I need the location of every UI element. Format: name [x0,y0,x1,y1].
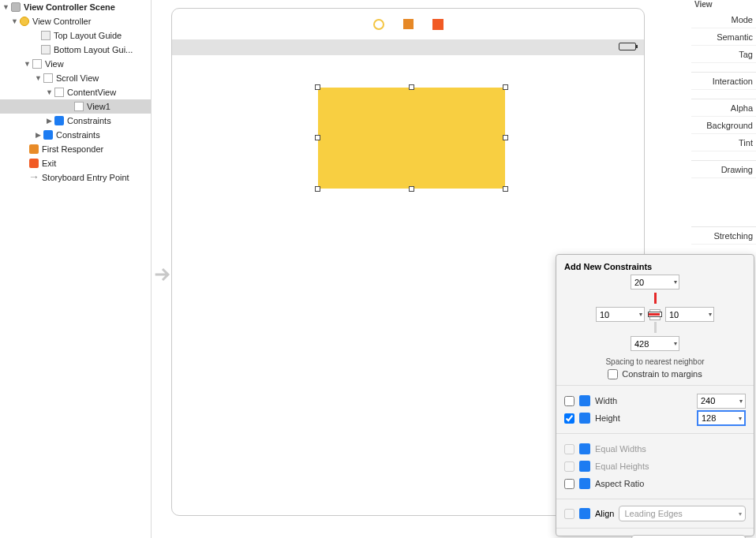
drawing-row[interactable]: Drawing [691,161,756,178]
vc-row[interactable]: ▼View Controller [0,14,151,28]
exit-row[interactable]: ▼Exit [0,156,151,170]
spacing-label: Spacing to nearest neighbor [556,357,754,366]
exit-icon[interactable] [432,19,443,30]
inspector-section-title: View [691,0,756,11]
equal-heights-label: Equal Heights [595,461,746,471]
height-value-input[interactable]: 128▾ [697,410,746,426]
width-checkbox[interactable] [564,396,574,406]
align-label: Align [595,509,614,518]
right-strut[interactable] [648,312,662,317]
equal-widths-label: Equal Widths [595,444,746,454]
resize-handle[interactable] [503,135,508,140]
align-select[interactable]: Leading Edges▾ [619,506,746,521]
height-checkbox[interactable] [564,413,574,424]
interaction-row[interactable]: Interaction [691,73,756,90]
vc-icon[interactable] [373,19,384,30]
equal-heights-icon [579,461,590,472]
first-responder-row[interactable]: ▼First Responder [0,142,151,156]
aspect-ratio-label: Aspect Ratio [595,479,746,488]
align-icon [579,508,590,519]
bottom-strut[interactable] [654,322,657,336]
constraints-outer-row[interactable]: ▶Constraints [0,128,151,142]
aspect-ratio-checkbox[interactable] [564,479,574,489]
width-value-input[interactable]: 240▾ [697,394,746,409]
add-constraints-popover: Add New Constraints 20▾ 10▾ 10▾ 428▾ Spa… [556,254,754,536]
height-icon [579,413,590,424]
equal-widths-checkbox [564,444,574,454]
scrollview-row[interactable]: ▼Scroll View [0,71,151,85]
resize-handle[interactable] [503,84,508,90]
resize-handle[interactable] [315,186,320,192]
scene-dock [172,9,644,39]
aspect-ratio-icon [579,478,590,489]
tint-row[interactable]: Tint [691,134,756,151]
battery-icon [619,43,636,50]
constrain-margins-label: Constrain to margins [622,369,702,379]
resize-handle[interactable] [409,84,414,90]
semantic-row[interactable]: Semantic [691,28,756,46]
left-spacing-input[interactable]: 10▾ [596,307,645,322]
scene-row[interactable]: ▼View Controller Scene [0,0,151,14]
entry-arrow-icon [152,263,174,287]
top-guide-row[interactable]: ▼Top Layout Guide [0,28,151,43]
contentview-row[interactable]: ▼ContentView [0,85,151,99]
first-responder-icon[interactable] [403,19,414,29]
view1-row-selected[interactable]: ▼View1 [0,99,151,114]
background-row[interactable]: Background [691,117,756,134]
entry-point-row[interactable]: ▼→Storyboard Entry Point [0,170,151,185]
status-bar [172,39,644,55]
height-label: Height [595,413,692,423]
stretching-row[interactable]: Stretching [691,227,756,245]
view1-selected[interactable] [318,88,505,189]
resize-handle[interactable] [409,186,414,192]
update-frames-select[interactable]: None▾ [631,535,746,538]
equal-heights-checkbox [564,461,574,472]
right-spacing-input[interactable]: 10▾ [665,307,714,322]
width-icon [579,395,590,406]
top-strut[interactable] [654,293,657,307]
bottom-guide-row[interactable]: ▼Bottom Layout Gui... [0,43,151,57]
constraints-inner-row[interactable]: ▶Constraints [0,114,151,128]
equal-widths-icon [579,443,590,454]
align-checkbox [564,509,574,519]
document-outline: ▼View Controller Scene ▼View Controller … [0,0,152,538]
width-label: Width [595,396,692,405]
top-spacing-input[interactable]: 20▾ [631,275,679,290]
view-row[interactable]: ▼View [0,57,151,71]
constrain-margins-checkbox[interactable] [608,369,618,379]
resize-handle[interactable] [503,186,508,192]
bottom-spacing-input[interactable]: 428▾ [631,336,679,351]
height-constraint-row: Height 128▾ [564,409,746,427]
alpha-row[interactable]: Alpha [691,99,756,117]
resize-handle[interactable] [315,135,320,140]
width-constraint-row: Width 240▾ [564,392,746,409]
tag-row[interactable]: Tag [691,46,756,63]
resize-handle[interactable] [315,84,320,90]
mode-row[interactable]: Mode [691,11,756,28]
popover-title: Add New Constraints [556,255,754,275]
